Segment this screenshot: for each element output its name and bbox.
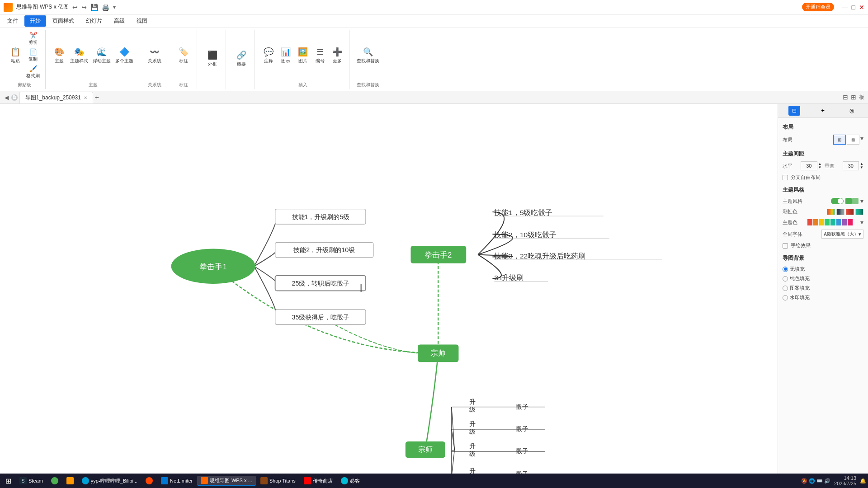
gm-branch-1[interactable]: 升 (469, 398, 476, 405)
paste-btn[interactable]: 📋粘贴 (7, 46, 24, 65)
skill1-3-label[interactable]: 25级，转职后吃骰子 (292, 280, 350, 287)
menu-view[interactable]: 视图 (131, 15, 153, 27)
maximize-btn[interactable]: □ (852, 4, 855, 11)
theme-color-bar[interactable] (807, 219, 853, 225)
image-fill-radio[interactable] (783, 286, 788, 291)
taskbar-biquo[interactable]: 必客 (337, 476, 363, 485)
free-layout-checkbox[interactable] (783, 175, 788, 180)
no-fill-radio[interactable] (783, 267, 788, 272)
taskbar-legend[interactable]: 传奇商店 (300, 476, 336, 485)
copy-btn[interactable]: 📄复制 (24, 47, 42, 63)
horizontal-input[interactable]: 30 (801, 161, 817, 170)
swatch-2[interactable] (836, 209, 844, 215)
gm-branch-2b[interactable]: 级 (469, 428, 476, 435)
gm2-node-label[interactable]: 宗师 (418, 446, 433, 453)
menu-advanced[interactable]: 高级 (108, 15, 130, 27)
panel-tab-magic[interactable]: ✦ (817, 106, 829, 116)
notification-btn[interactable]: 🔔 (860, 478, 866, 484)
gm-branch-1b[interactable]: 级 (469, 406, 476, 413)
account-button[interactable]: 开通稻会员 (802, 3, 834, 11)
undo-btn[interactable]: ↩ (72, 4, 78, 11)
relation-line-btn[interactable]: 〰️关系线 (146, 46, 163, 65)
skill1-2-label[interactable]: 技能2，升级刷的10级 (293, 246, 355, 253)
split-view-btn[interactable]: ⊟ (843, 94, 848, 101)
swatch-3[interactable] (846, 209, 854, 215)
taskbar-start-btn[interactable]: ⊞ (2, 476, 15, 486)
diagram-btn[interactable]: 📊图示 (278, 46, 294, 65)
watermark-radio[interactable] (783, 295, 788, 300)
vertical-stepper[interactable]: ▲ ▼ (860, 162, 863, 169)
menu-page-style[interactable]: 页面样式 (47, 15, 80, 27)
gm-branch-2[interactable]: 升 (469, 420, 476, 427)
taskbar-steam[interactable]: S Steam (16, 476, 47, 485)
solid-fill-option[interactable]: 纯色填充 (783, 275, 863, 282)
panel-tab-location[interactable]: ◎ (846, 106, 858, 116)
watermark-option[interactable]: 水印填充 (783, 294, 863, 301)
numbering-btn[interactable]: ☰编号 (312, 46, 328, 65)
taskbar-browser[interactable] (142, 476, 156, 485)
boxer1-node-label[interactable]: 拳击手1 (199, 263, 226, 271)
more-insert-btn[interactable]: ➕更多 (329, 46, 345, 65)
menu-file[interactable]: 文件 (2, 15, 24, 27)
boxer2-node-label[interactable]: 拳击手2 (425, 251, 452, 259)
panel-toggle-btn[interactable]: 板 (859, 94, 864, 101)
skill2-3-label[interactable]: 技能3，22吃魂升级后吃药刷 (494, 252, 585, 260)
no-fill-option[interactable]: 无填充 (783, 266, 863, 272)
float-theme-btn[interactable]: 🌊浮动主题 (91, 46, 113, 65)
find-replace-btn[interactable]: 🔍查找和替换 (355, 46, 381, 65)
frame-btn[interactable]: ⬛外框 (204, 49, 221, 68)
tab-nav-left[interactable]: ◀ (4, 94, 9, 102)
gm-branch-2c[interactable]: 骰子 (516, 425, 528, 432)
skill2-2-label[interactable]: 技能2，10级吃骰子 (494, 231, 557, 239)
skill1-1-label[interactable]: 技能1，升级刷的5级 (292, 213, 350, 221)
image-btn[interactable]: 🖼️图片 (295, 46, 311, 65)
gm-branch-1c[interactable]: 骰子 (516, 403, 528, 410)
annotation-btn[interactable]: 🏷️标注 (175, 46, 192, 65)
theme-btn[interactable]: 🎨主题 (51, 46, 67, 65)
redo-btn[interactable]: ↪ (81, 4, 87, 11)
skill2-4-label[interactable]: 34升级刷 (494, 274, 524, 282)
gm-branch-3c[interactable]: 骰子 (516, 447, 528, 455)
font-dropdown[interactable]: A 微软雅黑（大） ▾ (821, 230, 863, 239)
hand-effect-row[interactable]: 手绘效果 (783, 242, 863, 249)
theme-style-toggle[interactable] (831, 198, 844, 204)
add-tab-btn[interactable]: + (95, 94, 99, 102)
root-node-label[interactable]: 宗师 (430, 349, 446, 357)
comment-btn[interactable]: 💬注释 (260, 46, 277, 65)
layout-grid-1[interactable]: ⊞ (833, 135, 846, 145)
taskbar-app-2[interactable] (47, 476, 62, 485)
doc-tab[interactable]: 导图1_backup_250931 ✕ (19, 92, 93, 103)
full-screen-btn[interactable]: ⊞ (851, 94, 856, 101)
layout-dropdown-btn[interactable]: ▾ (860, 135, 863, 145)
menu-start[interactable]: 开始 (24, 15, 46, 27)
theme-style-dropdown-btn[interactable]: ▾ (860, 197, 863, 205)
save-btn[interactable]: 💾 (90, 4, 98, 11)
layout-grid-2[interactable]: ⊠ (847, 135, 859, 145)
cut-btn[interactable]: ✂️剪切 (24, 31, 42, 47)
multi-theme-btn[interactable]: 🔷多个主题 (113, 46, 135, 65)
swatch-4[interactable] (855, 209, 863, 215)
gm-branch-3b[interactable]: 级 (469, 450, 476, 457)
image-fill-option[interactable]: 图案填充 (783, 285, 863, 291)
format-brush-btn[interactable]: 🖌️格式刷 (24, 64, 42, 80)
vertical-input[interactable]: 30 (843, 161, 859, 170)
menu-slideshow[interactable]: 幻灯片 (80, 15, 108, 27)
tab-close-btn[interactable]: ✕ (84, 95, 87, 100)
taskbar-bilibili[interactable]: yyp-哔哩哔哩_Bilibi... (78, 476, 141, 485)
gm-branch-3[interactable]: 升 (469, 442, 476, 450)
horizontal-stepper[interactable]: ▲ ▼ (818, 162, 822, 169)
theme-color-dropdown-btn[interactable]: ▾ (860, 219, 863, 226)
swatch-1[interactable] (827, 209, 835, 215)
taskbar-wps-mindmap[interactable]: 思维导图-WPS x ... (197, 476, 256, 486)
skill2-1-label[interactable]: 技能1，5级吃骰子 (494, 209, 552, 216)
free-layout-row[interactable]: 分支自由布局 (783, 174, 863, 181)
skill1-4-label[interactable]: 35级获得后，吃骰子 (292, 314, 350, 321)
panel-tab-layout[interactable]: ⊟ (788, 106, 800, 116)
close-btn[interactable]: ✕ (859, 4, 864, 11)
solid-fill-radio[interactable] (783, 276, 788, 282)
canvas-area[interactable]: 宗师 拳击手1 拳击手2 技能1，升级刷的5级 技能2，升级刷的10级 25级，… (0, 104, 778, 483)
print-btn[interactable]: 🖨️ (102, 4, 109, 11)
taskbar-shoptitans[interactable]: Shop Titans (257, 476, 299, 485)
hand-effect-checkbox[interactable] (783, 243, 788, 249)
minimize-btn[interactable]: — (842, 4, 848, 11)
